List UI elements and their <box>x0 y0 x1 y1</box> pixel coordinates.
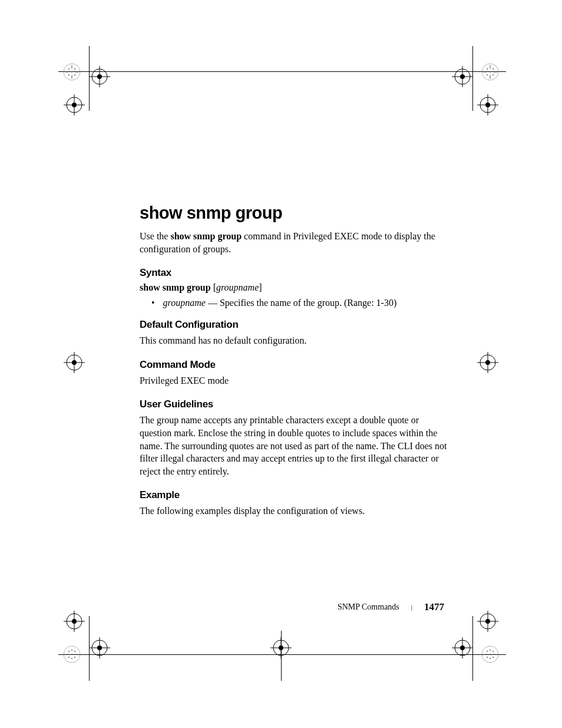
svg-point-76 <box>487 651 488 652</box>
command-mode-text: Privileged EXEC mode <box>140 374 452 387</box>
svg-point-7 <box>75 71 77 73</box>
svg-point-15 <box>77 71 78 73</box>
svg-point-60 <box>71 650 72 651</box>
cropmark-line <box>281 631 282 681</box>
svg-point-64 <box>68 657 70 658</box>
cropmark-target <box>477 611 498 632</box>
svg-point-16 <box>71 65 72 67</box>
svg-point-34 <box>490 65 491 67</box>
cropmark-target <box>477 352 498 373</box>
syntax-header: Syntax <box>140 267 452 279</box>
bracket: ] <box>259 282 262 292</box>
bullet-content: groupname — Specifies the name of the gr… <box>163 298 397 308</box>
syntax-line: show snmp group [groupname] <box>140 282 452 293</box>
svg-point-58 <box>67 654 68 655</box>
cropmark-target <box>477 94 498 116</box>
svg-point-30 <box>487 74 488 75</box>
user-guidelines-header: User Guidelines <box>140 398 452 410</box>
cropmark-target <box>64 94 85 116</box>
svg-point-65 <box>74 657 75 658</box>
svg-point-74 <box>490 650 491 651</box>
svg-point-9 <box>71 75 72 77</box>
footer-page-number: 1477 <box>424 601 444 613</box>
svg-point-35 <box>490 77 491 78</box>
cropmark-target <box>64 352 85 373</box>
user-guidelines-text: The group name accepts any printable cha… <box>140 414 452 477</box>
parameter-bullet: • groupname — Specifies the name of the … <box>140 298 452 308</box>
command-mode-header: Command Mode <box>140 359 452 371</box>
svg-point-17 <box>71 77 72 78</box>
bullet-icon: • <box>151 298 155 308</box>
svg-point-11 <box>74 68 75 70</box>
svg-point-8 <box>71 67 72 68</box>
svg-point-75 <box>490 658 491 659</box>
param-desc: — Specifies the name of the group. (Rang… <box>206 298 396 308</box>
default-config-text: This command has no default configuratio… <box>140 334 452 347</box>
param-name: groupname <box>163 298 206 308</box>
example-text: The following examples display the confi… <box>140 505 452 518</box>
svg-point-57 <box>71 654 72 655</box>
footer-divider-icon: | <box>411 604 412 611</box>
svg-point-33 <box>495 71 497 73</box>
text: Use the <box>140 231 170 241</box>
svg-point-13 <box>74 74 75 75</box>
svg-point-10 <box>68 68 70 70</box>
syntax-param: groupname <box>216 282 259 292</box>
page-content: show snmp group Use the show snmp group … <box>140 203 452 529</box>
command-name-bold: show snmp group <box>170 231 242 241</box>
svg-point-62 <box>68 651 70 652</box>
svg-point-28 <box>487 68 488 70</box>
svg-point-77 <box>492 651 494 652</box>
svg-point-14 <box>65 71 67 73</box>
syntax-command: show snmp group <box>140 282 213 292</box>
svg-point-71 <box>490 654 491 655</box>
svg-point-31 <box>492 74 494 75</box>
cropmark-target <box>64 611 85 632</box>
svg-point-23 <box>490 71 491 73</box>
intro-paragraph: Use the show snmp group command in Privi… <box>140 230 452 255</box>
svg-point-32 <box>484 71 485 73</box>
svg-point-79 <box>492 657 494 658</box>
footer-section-name: SNMP Commands <box>338 602 399 612</box>
svg-point-59 <box>75 654 77 655</box>
svg-point-29 <box>492 68 494 70</box>
default-config-header: Default Configuration <box>140 319 452 331</box>
svg-point-25 <box>494 71 495 73</box>
svg-point-12 <box>68 74 70 75</box>
svg-point-78 <box>487 657 488 658</box>
svg-point-73 <box>494 654 495 655</box>
svg-point-61 <box>71 658 72 659</box>
svg-point-26 <box>490 67 491 68</box>
command-title: show snmp group <box>140 203 452 223</box>
svg-point-24 <box>485 71 487 73</box>
page-footer: SNMP Commands | 1477 <box>338 601 444 613</box>
svg-point-63 <box>74 651 75 652</box>
svg-point-72 <box>485 654 487 655</box>
svg-point-5 <box>71 71 72 73</box>
example-header: Example <box>140 489 452 501</box>
svg-point-6 <box>67 71 68 73</box>
svg-point-27 <box>490 75 491 77</box>
